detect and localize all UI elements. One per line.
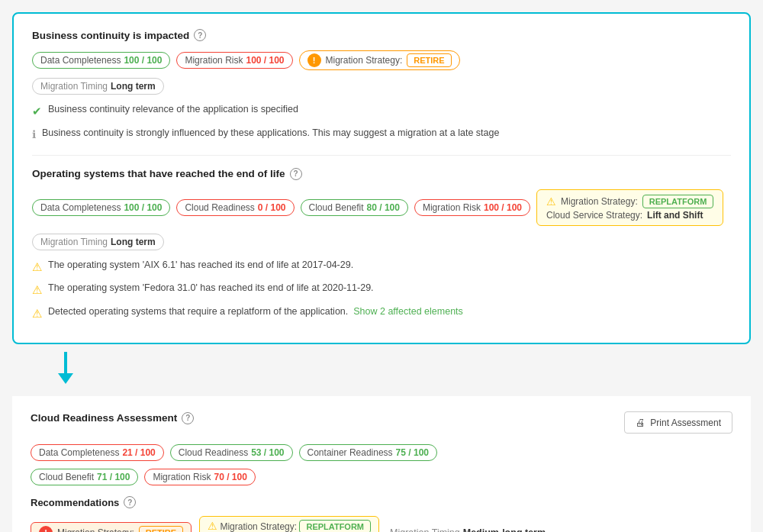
recommendations-section: Recommendations ? ! Migration Strategy: … (31, 496, 732, 532)
section1-badges-row: Data Completeness 100 / 100 Migration Ri… (32, 50, 731, 70)
strategy-retire-rec: RETIRE (139, 526, 183, 532)
print-assessment-button[interactable]: 🖨 Print Assessment (624, 411, 732, 434)
warn-row-service: Cloud Service Strategy: Lift and Shift (546, 210, 713, 221)
rec-badge-retire: ! Migration Strategy: RETIRE (31, 522, 192, 532)
badge-migration-timing-1: Migration Timing Long term (32, 78, 164, 95)
badge-migration-risk-1: Migration Risk 100 / 100 (176, 52, 292, 69)
rec-strategy-replatform-badge: REPLATFORM (299, 520, 371, 532)
bullet-business-continuity-check: ✔ Business continuity relevance of the a… (32, 102, 731, 121)
section-divider (32, 155, 731, 156)
recommendations-help-icon[interactable]: ? (124, 496, 136, 508)
strategy-replatform-badge: REPLATFORM (642, 195, 714, 208)
section-os-end-of-life: Operating systems that have reached the … (32, 168, 731, 323)
badge-cloud-readiness-bottom: Cloud Readiness 53 / 100 (170, 444, 293, 461)
bottom-badges-row-1: Data Completeness 21 / 100 Cloud Readine… (31, 444, 732, 461)
badge-migration-timing-2: Migration Timing Long term (32, 234, 164, 250)
bottom-title: Cloud Readiness Assessment ? (31, 412, 194, 424)
section2-help-icon[interactable]: ? (290, 168, 302, 180)
section-business-continuity: Business continuity is impacted ? Data C… (32, 29, 731, 143)
printer-icon: 🖨 (636, 417, 645, 428)
section1-title: Business continuity is impacted ? (32, 29, 731, 41)
badge-data-completeness-1: Data Completeness 100 / 100 (32, 52, 170, 69)
badge-container-readiness-bottom: Container Readiness 75 / 100 (299, 444, 437, 461)
badge-data-completeness-bottom: Data Completeness 21 / 100 (31, 444, 164, 461)
rec-warning-icon: ⚠ (208, 520, 217, 532)
badge-migration-risk-bottom: Migration Risk 70 / 100 (144, 469, 255, 485)
arrow-down-container (12, 352, 751, 384)
badge-data-completeness-2: Data Completeness 100 / 100 (32, 199, 170, 216)
bottom-help-icon[interactable]: ? (182, 412, 194, 424)
badge-cloud-readiness-2: Cloud Readiness 0 / 100 (176, 199, 294, 216)
arrow-line (64, 352, 67, 373)
exclamation-icon-1: ! (307, 53, 321, 67)
warn-row-strategy: ⚠ Migration Strategy: REPLATFORM (546, 195, 713, 208)
badge-migration-strategy-1: ! Migration Strategy: RETIRE (299, 50, 460, 70)
info-circle-icon: ℹ (32, 127, 36, 143)
warn-icon-aix: ⚠ (32, 259, 42, 276)
show-affected-link[interactable]: Show 2 affected elements (353, 306, 463, 317)
badge-cloud-benefit-bottom: Cloud Benefit 71 / 100 (31, 469, 138, 485)
section2-badges-row: Data Completeness 100 / 100 Cloud Readin… (32, 189, 731, 226)
check-circle-icon: ✔ (32, 103, 42, 121)
bullet-detected-os: ⚠ Detected operating systems that requir… (32, 305, 731, 323)
exclamation-icon-rec: ! (39, 526, 53, 532)
section1-timing-row: Migration Timing Long term (32, 78, 731, 95)
arrow-head (58, 373, 73, 384)
bottom-badges-row-2: Cloud Benefit 71 / 100 Migration Risk 70… (31, 469, 732, 485)
warn-icon-detected: ⚠ (32, 305, 42, 323)
rec-warn-strategy-row: ⚠ Migration Strategy: REPLATFORM (208, 520, 371, 532)
warning-triangle-icon: ⚠ (546, 195, 556, 208)
arrow-down (58, 352, 73, 384)
strategy-retire-badge-1: RETIRE (407, 53, 451, 67)
bullet-fedora: ⚠ The operating system 'Fedora 31.0' has… (32, 281, 731, 299)
recommendations-title: Recommendations ? (31, 496, 732, 508)
warning-strategy-box-2: ⚠ Migration Strategy: REPLATFORM Cloud S… (536, 189, 723, 226)
bullet-aix: ⚠ The operating system 'AIX 6.1' has rea… (32, 258, 731, 276)
bottom-header: Cloud Readiness Assessment ? 🖨 Print Ass… (31, 411, 732, 434)
migration-timing-bottom: Migration Timing Medium-long term (390, 527, 546, 532)
recommendations-row: ! Migration Strategy: RETIRE ⚠ Migration… (31, 516, 732, 532)
business-continuity-card: Business continuity is impacted ? Data C… (12, 12, 751, 344)
warn-icon-fedora: ⚠ (32, 282, 42, 299)
section2-title: Operating systems that have reached the … (32, 168, 731, 180)
badge-cloud-benefit-2: Cloud Benefit 80 / 100 (301, 199, 408, 216)
rec-warn-box-replatform: ⚠ Migration Strategy: REPLATFORM Cloud S… (199, 516, 379, 532)
section2-timing-row: Migration Timing Long term (32, 234, 731, 250)
cloud-readiness-section: Cloud Readiness Assessment ? 🖨 Print Ass… (12, 396, 751, 532)
section1-help-icon[interactable]: ? (194, 29, 206, 41)
bullet-business-continuity-info: ℹ Business continuity is strongly influe… (32, 126, 731, 143)
badge-migration-risk-2: Migration Risk 100 / 100 (414, 199, 530, 216)
